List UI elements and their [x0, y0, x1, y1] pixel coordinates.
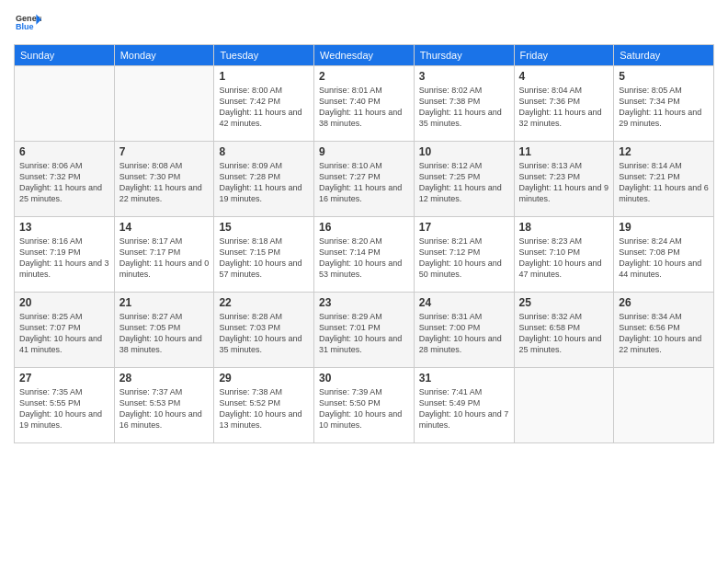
day-number: 25 — [519, 296, 609, 309]
day-number: 3 — [419, 70, 509, 83]
calendar-cell: 13Sunrise: 8:16 AMSunset: 7:19 PMDayligh… — [15, 217, 115, 293]
day-info: Sunrise: 8:21 AMSunset: 7:12 PMDaylight:… — [419, 236, 509, 281]
day-info: Sunrise: 8:18 AMSunset: 7:15 PMDaylight:… — [219, 236, 309, 281]
day-info: Sunrise: 8:28 AMSunset: 7:03 PMDaylight:… — [219, 311, 309, 356]
calendar-cell: 11Sunrise: 8:13 AMSunset: 7:23 PMDayligh… — [514, 142, 614, 217]
day-info: Sunrise: 8:25 AMSunset: 7:07 PMDaylight:… — [19, 311, 109, 356]
day-number: 22 — [219, 296, 309, 309]
day-number: 24 — [419, 296, 509, 309]
day-info: Sunrise: 7:38 AMSunset: 5:52 PMDaylight:… — [219, 386, 309, 431]
day-number: 23 — [319, 296, 409, 309]
day-number: 27 — [19, 372, 109, 385]
weekday-header-sunday: Sunday — [15, 45, 115, 66]
day-number: 2 — [319, 70, 409, 83]
day-info: Sunrise: 8:20 AMSunset: 7:14 PMDaylight:… — [319, 236, 409, 281]
day-number: 30 — [319, 372, 409, 385]
day-info: Sunrise: 8:06 AMSunset: 7:32 PMDaylight:… — [19, 160, 109, 205]
calendar-cell: 4Sunrise: 8:04 AMSunset: 7:36 PMDaylight… — [514, 66, 614, 142]
day-number: 1 — [219, 70, 309, 83]
day-info: Sunrise: 7:35 AMSunset: 5:55 PMDaylight:… — [19, 386, 109, 431]
day-info: Sunrise: 8:04 AMSunset: 7:36 PMDaylight:… — [519, 85, 609, 130]
day-number: 10 — [419, 145, 509, 158]
calendar-cell: 5Sunrise: 8:05 AMSunset: 7:34 PMDaylight… — [614, 66, 714, 142]
calendar-cell: 20Sunrise: 8:25 AMSunset: 7:07 PMDayligh… — [15, 293, 115, 368]
day-number: 19 — [619, 221, 709, 234]
day-number: 15 — [219, 221, 309, 234]
weekday-header-saturday: Saturday — [614, 45, 714, 66]
weekday-header-friday: Friday — [514, 45, 614, 66]
day-number: 17 — [419, 221, 509, 234]
calendar-week-row: 6Sunrise: 8:06 AMSunset: 7:32 PMDaylight… — [15, 142, 714, 217]
day-info: Sunrise: 8:00 AMSunset: 7:42 PMDaylight:… — [219, 85, 309, 130]
calendar-cell: 31Sunrise: 7:41 AMSunset: 5:49 PMDayligh… — [414, 368, 514, 443]
svg-text:Blue: Blue — [16, 22, 34, 31]
logo-icon: General Blue — [16, 9, 41, 35]
calendar-cell: 12Sunrise: 8:14 AMSunset: 7:21 PMDayligh… — [614, 142, 714, 217]
day-info: Sunrise: 8:29 AMSunset: 7:01 PMDaylight:… — [319, 311, 409, 356]
day-number: 16 — [319, 221, 409, 234]
day-info: Sunrise: 8:32 AMSunset: 6:58 PMDaylight:… — [519, 311, 609, 356]
calendar-cell: 8Sunrise: 8:09 AMSunset: 7:28 PMDaylight… — [214, 142, 314, 217]
calendar-cell — [514, 368, 614, 443]
calendar-cell: 28Sunrise: 7:37 AMSunset: 5:53 PMDayligh… — [114, 368, 214, 443]
calendar-cell: 1Sunrise: 8:00 AMSunset: 7:42 PMDaylight… — [214, 66, 314, 142]
calendar-week-row: 13Sunrise: 8:16 AMSunset: 7:19 PMDayligh… — [15, 217, 714, 293]
day-number: 7 — [119, 145, 210, 158]
day-info: Sunrise: 8:14 AMSunset: 7:21 PMDaylight:… — [619, 160, 709, 205]
calendar-cell: 25Sunrise: 8:32 AMSunset: 6:58 PMDayligh… — [514, 293, 614, 368]
calendar-cell — [114, 66, 214, 142]
logo: General Blue — [14, 9, 41, 39]
day-info: Sunrise: 8:02 AMSunset: 7:38 PMDaylight:… — [419, 85, 509, 130]
day-number: 26 — [619, 296, 709, 309]
calendar: SundayMondayTuesdayWednesdayThursdayFrid… — [14, 44, 714, 443]
day-number: 20 — [19, 296, 109, 309]
day-number: 5 — [619, 70, 709, 83]
day-number: 14 — [119, 221, 210, 234]
calendar-cell: 21Sunrise: 8:27 AMSunset: 7:05 PMDayligh… — [114, 293, 214, 368]
day-info: Sunrise: 8:31 AMSunset: 7:00 PMDaylight:… — [419, 311, 509, 356]
header: General Blue — [14, 9, 714, 39]
weekday-header-row: SundayMondayTuesdayWednesdayThursdayFrid… — [15, 45, 714, 66]
calendar-cell — [614, 368, 714, 443]
calendar-cell: 15Sunrise: 8:18 AMSunset: 7:15 PMDayligh… — [214, 217, 314, 293]
day-info: Sunrise: 8:01 AMSunset: 7:40 PMDaylight:… — [319, 85, 409, 130]
day-info: Sunrise: 8:23 AMSunset: 7:10 PMDaylight:… — [519, 236, 609, 281]
day-info: Sunrise: 8:09 AMSunset: 7:28 PMDaylight:… — [219, 160, 309, 205]
day-info: Sunrise: 7:39 AMSunset: 5:50 PMDaylight:… — [319, 386, 409, 431]
calendar-cell: 10Sunrise: 8:12 AMSunset: 7:25 PMDayligh… — [414, 142, 514, 217]
calendar-week-row: 27Sunrise: 7:35 AMSunset: 5:55 PMDayligh… — [15, 368, 714, 443]
calendar-cell: 27Sunrise: 7:35 AMSunset: 5:55 PMDayligh… — [15, 368, 115, 443]
day-info: Sunrise: 8:05 AMSunset: 7:34 PMDaylight:… — [619, 85, 709, 130]
day-info: Sunrise: 8:12 AMSunset: 7:25 PMDaylight:… — [419, 160, 509, 205]
day-number: 6 — [19, 145, 109, 158]
calendar-cell: 19Sunrise: 8:24 AMSunset: 7:08 PMDayligh… — [614, 217, 714, 293]
calendar-cell: 24Sunrise: 8:31 AMSunset: 7:00 PMDayligh… — [414, 293, 514, 368]
day-number: 28 — [119, 372, 210, 385]
day-number: 4 — [519, 70, 609, 83]
calendar-cell: 22Sunrise: 8:28 AMSunset: 7:03 PMDayligh… — [214, 293, 314, 368]
day-number: 11 — [519, 145, 609, 158]
day-number: 31 — [419, 372, 509, 385]
weekday-header-monday: Monday — [114, 45, 214, 66]
day-info: Sunrise: 8:34 AMSunset: 6:56 PMDaylight:… — [619, 311, 709, 356]
day-number: 21 — [119, 296, 210, 309]
day-info: Sunrise: 8:13 AMSunset: 7:23 PMDaylight:… — [519, 160, 609, 205]
calendar-cell: 6Sunrise: 8:06 AMSunset: 7:32 PMDaylight… — [15, 142, 115, 217]
day-number: 9 — [319, 145, 409, 158]
calendar-cell: 23Sunrise: 8:29 AMSunset: 7:01 PMDayligh… — [314, 293, 415, 368]
day-number: 12 — [619, 145, 709, 158]
calendar-cell: 9Sunrise: 8:10 AMSunset: 7:27 PMDaylight… — [314, 142, 415, 217]
day-info: Sunrise: 8:08 AMSunset: 7:30 PMDaylight:… — [119, 160, 210, 205]
calendar-cell: 16Sunrise: 8:20 AMSunset: 7:14 PMDayligh… — [314, 217, 415, 293]
calendar-cell: 3Sunrise: 8:02 AMSunset: 7:38 PMDaylight… — [414, 66, 514, 142]
day-info: Sunrise: 8:27 AMSunset: 7:05 PMDaylight:… — [119, 311, 210, 356]
day-number: 13 — [19, 221, 109, 234]
day-number: 8 — [219, 145, 309, 158]
calendar-cell: 17Sunrise: 8:21 AMSunset: 7:12 PMDayligh… — [414, 217, 514, 293]
calendar-week-row: 20Sunrise: 8:25 AMSunset: 7:07 PMDayligh… — [15, 293, 714, 368]
calendar-cell: 30Sunrise: 7:39 AMSunset: 5:50 PMDayligh… — [314, 368, 415, 443]
weekday-header-tuesday: Tuesday — [214, 45, 314, 66]
calendar-week-row: 1Sunrise: 8:00 AMSunset: 7:42 PMDaylight… — [15, 66, 714, 142]
day-info: Sunrise: 8:16 AMSunset: 7:19 PMDaylight:… — [19, 236, 109, 281]
day-number: 29 — [219, 372, 309, 385]
